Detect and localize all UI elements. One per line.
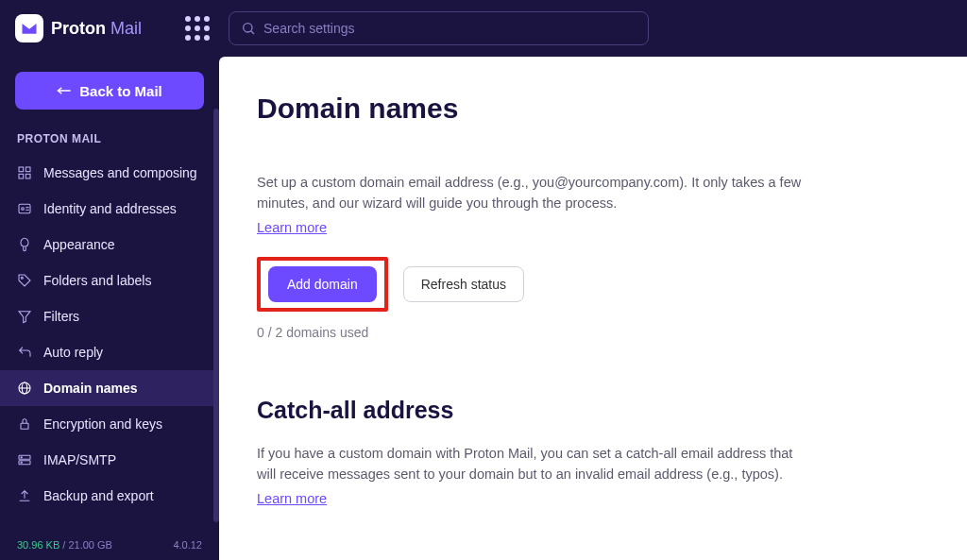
sidebar-item-label: Filters [43, 309, 79, 324]
upload-icon [17, 488, 32, 503]
sidebar-item-messages[interactable]: Messages and composing [0, 155, 219, 191]
catch-all-heading: Catch-all address [257, 397, 929, 424]
sidebar-item-identity[interactable]: Identity and addresses [0, 191, 219, 227]
main-content: Domain names Set up a custom domain emai… [219, 57, 967, 560]
app-version: 4.0.12 [173, 539, 202, 551]
lock-icon [17, 416, 32, 432]
server-icon [17, 452, 32, 467]
svg-point-0 [244, 24, 252, 32]
grid-icon [17, 165, 32, 180]
svg-point-7 [22, 208, 25, 211]
sidebar-section-header: PROTON MAIL [0, 127, 219, 155]
svg-point-17 [21, 457, 22, 458]
svg-rect-6 [19, 204, 30, 212]
add-domain-highlight: Add domain [257, 257, 388, 312]
arrow-left-icon [57, 85, 72, 96]
sidebar-item-label: Folders and labels [43, 273, 151, 288]
brand-secondary: Mail [110, 19, 142, 38]
svg-rect-5 [25, 174, 30, 178]
search-input[interactable] [263, 21, 636, 36]
storage-used: 30.96 KB [17, 539, 59, 551]
card-icon [17, 201, 32, 216]
svg-point-10 [21, 277, 23, 279]
refresh-status-button[interactable]: Refresh status [403, 266, 524, 302]
sidebar-item-backup[interactable]: Backup and export [0, 478, 219, 514]
tag-icon [17, 273, 32, 288]
globe-icon [17, 381, 32, 396]
sidebar-item-appearance[interactable]: Appearance [0, 227, 219, 263]
svg-rect-4 [19, 174, 24, 178]
page-title: Domain names [257, 93, 929, 125]
sidebar-item-label: Appearance [43, 237, 115, 252]
sidebar-item-encryption[interactable]: Encryption and keys [0, 406, 219, 442]
domain-usage-text: 0 / 2 domains used [257, 325, 929, 340]
logo-text: Proton Mail [51, 19, 142, 39]
sidebar-footer: 30.96 KB / 21.00 GB 4.0.12 [0, 530, 219, 560]
catch-all-description: If you have a custom domain with Proton … [257, 443, 814, 485]
sidebar-item-autoreply[interactable]: Auto reply [0, 334, 219, 370]
brush-icon [17, 237, 32, 252]
search-container[interactable] [229, 11, 649, 45]
app-switcher-icon[interactable] [185, 16, 210, 41]
svg-rect-2 [19, 167, 24, 172]
svg-point-18 [21, 462, 22, 463]
funnel-icon [17, 309, 32, 324]
back-button-label: Back to Mail [79, 83, 162, 99]
sidebar-item-label: IMAP/SMTP [43, 452, 116, 467]
reply-icon [17, 345, 32, 360]
sidebar-item-imap[interactable]: IMAP/SMTP [0, 442, 219, 478]
svg-rect-14 [21, 423, 28, 429]
sidebar-item-domains[interactable]: Domain names [0, 370, 219, 406]
catch-all-learn-more-link[interactable]: Learn more [257, 491, 327, 506]
sidebar-item-label: Messages and composing [43, 165, 197, 180]
sidebar-item-filters[interactable]: Filters [0, 298, 219, 334]
back-to-mail-button[interactable]: Back to Mail [15, 72, 204, 110]
logo-mark-icon [15, 14, 43, 42]
sidebar-item-label: Auto reply [43, 345, 103, 360]
svg-rect-3 [25, 167, 30, 172]
sidebar-nav-list: Messages and composing Identity and addr… [0, 155, 219, 514]
app-logo[interactable]: Proton Mail [15, 14, 142, 42]
sidebar-item-folders[interactable]: Folders and labels [0, 263, 219, 298]
topbar: Proton Mail [0, 0, 967, 57]
svg-line-1 [251, 31, 254, 34]
search-icon [241, 21, 256, 36]
sidebar-item-label: Domain names [43, 381, 138, 396]
add-domain-button[interactable]: Add domain [268, 266, 377, 302]
learn-more-link[interactable]: Learn more [257, 220, 327, 235]
sidebar-item-label: Identity and addresses [43, 201, 177, 216]
sidebar-item-label: Backup and export [43, 488, 154, 503]
settings-sidebar: Back to Mail PROTON MAIL Messages and co… [0, 57, 219, 560]
brand-primary: Proton [51, 19, 106, 38]
sidebar-item-label: Encryption and keys [43, 416, 162, 432]
domain-description: Set up a custom domain email address (e.… [257, 172, 814, 214]
action-button-row: Add domain Refresh status [257, 257, 929, 312]
storage-total: / 21.00 GB [59, 539, 112, 551]
